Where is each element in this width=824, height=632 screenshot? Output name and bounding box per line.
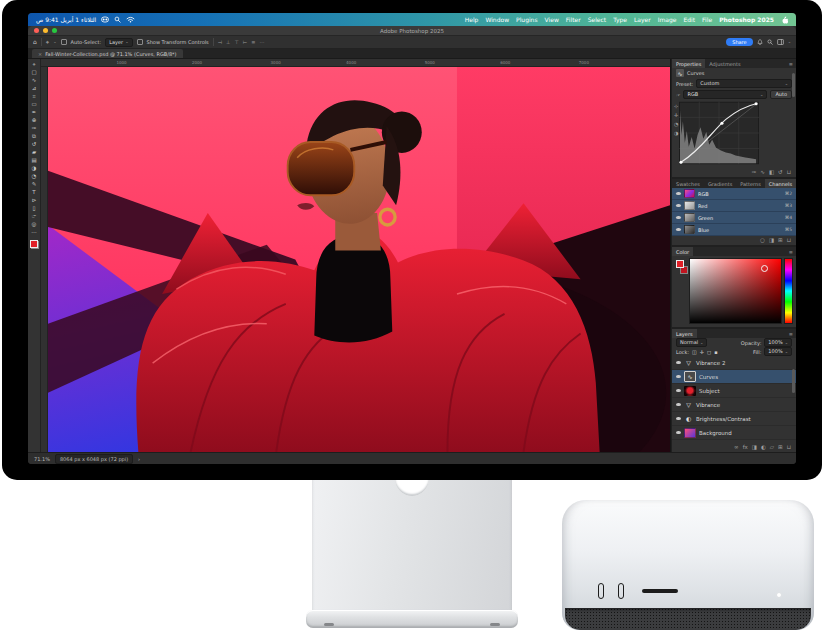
control-center-icon[interactable] (101, 16, 109, 23)
tool-crop-icon[interactable]: ⌗ (32, 94, 35, 100)
tab-swatches[interactable]: Swatches (672, 179, 704, 188)
visibility-eye-icon[interactable] (676, 228, 681, 232)
tab-adjustments[interactable]: Adjustments (705, 59, 744, 68)
more-options-icon[interactable]: ⋯ (259, 39, 264, 45)
share-button[interactable]: Share (726, 38, 752, 46)
preset-dropdown[interactable]: Custom ⌄ (696, 79, 792, 88)
menu-type[interactable]: Type (613, 16, 627, 23)
channel-row-blue[interactable]: Blue ⌘5 (672, 224, 796, 236)
wifi-icon[interactable] (126, 16, 135, 23)
tab-channels[interactable]: Channels (765, 179, 796, 188)
menu-help[interactable]: Help (465, 16, 479, 23)
edit-toolbar-icon[interactable]: ⋯ (31, 230, 37, 236)
white-point-eyedropper-icon[interactable]: ◑ (674, 130, 678, 136)
tab-layers[interactable]: Layers (672, 329, 697, 338)
tool-marquee-icon[interactable]: ▢ (31, 70, 36, 76)
lock-transparency-icon[interactable]: ◫ (692, 349, 697, 355)
visibility-eye-icon[interactable] (676, 216, 681, 220)
fill-value[interactable]: 100% ⌄ (764, 347, 792, 356)
visibility-eye-icon[interactable] (676, 389, 681, 393)
show-transform-checkbox[interactable] (137, 39, 143, 45)
layer-row-vibrance[interactable]: ▽ Vibrance (672, 398, 796, 412)
menu-plugins[interactable]: Plugins (516, 16, 538, 23)
color-swatches[interactable] (30, 240, 39, 249)
add-mask-icon[interactable]: ◨ (752, 444, 757, 450)
saturation-brightness-field[interactable] (689, 258, 782, 324)
channel-row-rgb[interactable]: RGB ⌘2 (672, 188, 796, 200)
menu-edit[interactable]: Edit (683, 16, 695, 23)
menu-select[interactable]: Select (588, 16, 607, 23)
targeted-adjust-icon[interactable]: ☞ (676, 92, 680, 98)
clip-mask-icon[interactable]: ◧ (769, 169, 774, 175)
tool-pen-icon[interactable]: ✎ (32, 182, 37, 188)
align-top-icon[interactable]: ⊤ (234, 39, 238, 45)
new-channel-icon[interactable]: ⊞ (778, 237, 783, 243)
black-point-eyedropper-icon[interactable]: ◔ (674, 121, 678, 127)
hue-slider[interactable] (784, 258, 793, 324)
tab-patterns[interactable]: Patterns (736, 179, 765, 188)
layer-row-curves[interactable]: ∿ Curves (672, 370, 796, 384)
foreground-color-swatch[interactable] (676, 260, 684, 268)
tool-clone-stamp-icon[interactable]: ⧉ (32, 134, 36, 140)
tool-gradient-icon[interactable]: ▤ (31, 158, 36, 164)
tool-path-selection-icon[interactable]: ⊳ (32, 198, 37, 204)
apple-logo-icon[interactable] (781, 16, 788, 24)
tool-eyedropper-icon[interactable]: ✒ (32, 110, 37, 116)
tool-move-icon[interactable]: ⌖ (32, 62, 35, 68)
layer-effects-icon[interactable]: fx (743, 444, 748, 450)
new-layer-icon[interactable]: ⊞ (778, 444, 783, 450)
channel-row-green[interactable]: Green ⌘4 (672, 212, 796, 224)
canvas-image[interactable] (48, 67, 670, 452)
tool-history-brush-icon[interactable]: ↺ (32, 142, 37, 148)
lock-all-icon[interactable]: ▪ (714, 349, 717, 355)
visibility-eye-icon[interactable] (676, 375, 681, 379)
new-group-icon[interactable]: ▱ (770, 444, 774, 450)
panel-menu-icon[interactable]: ≡ (786, 247, 796, 256)
align-right-icon[interactable]: ⊢ (243, 39, 247, 45)
curve-display-icon[interactable]: ∿ (760, 169, 765, 175)
link-layers-icon[interactable]: ∞ (734, 444, 739, 450)
tool-object-selection-icon[interactable]: ⊿ (32, 86, 37, 92)
menu-app-photoshop[interactable]: Photoshop 2025 (719, 16, 774, 23)
visibility-eye-icon[interactable] (676, 403, 681, 407)
visibility-eye-icon[interactable] (676, 361, 681, 365)
menubar-clock[interactable]: الثلاثاء 1 أبريل 9:41 ص (36, 16, 96, 23)
menu-view[interactable]: View (545, 16, 559, 23)
chevron-down-icon[interactable]: ⌄ (788, 40, 791, 44)
auto-button[interactable]: Auto (770, 90, 792, 99)
visibility-eye-icon[interactable] (676, 417, 681, 421)
smooth-curve-icon[interactable]: ✑ (752, 169, 757, 175)
curves-graph[interactable] (679, 101, 759, 165)
delete-channel-icon[interactable]: ⊔ (787, 237, 791, 243)
foreground-color-swatch[interactable] (30, 240, 38, 248)
tool-healing-brush-icon[interactable]: ⊕ (32, 118, 37, 124)
visibility-eye-icon[interactable] (676, 431, 681, 435)
tool-type-icon[interactable]: T (32, 190, 35, 196)
home-icon[interactable]: ⌂ (33, 39, 37, 45)
tool-hand-icon[interactable]: ☞ (32, 214, 37, 220)
tool-frame-icon[interactable]: ▭ (31, 102, 36, 108)
scrollbar[interactable] (792, 369, 795, 393)
lock-pixels-icon[interactable]: ◻ (707, 349, 711, 355)
reset-icon[interactable]: ↺ (778, 169, 783, 175)
curves-editor[interactable]: ⊹ ✛ ◔ ◑ (672, 100, 796, 165)
tool-dodge-icon[interactable]: ◔ (32, 174, 37, 180)
align-left-icon[interactable]: ⊣ (218, 39, 222, 45)
edit-points-icon[interactable]: ⊹ (674, 103, 678, 109)
save-selection-icon[interactable]: ◨ (769, 237, 774, 243)
tool-shape-icon[interactable]: ▯ (32, 206, 35, 212)
search-icon[interactable] (767, 39, 773, 45)
tool-eraser-icon[interactable]: ▰ (32, 150, 36, 156)
menu-window[interactable]: Window (485, 16, 509, 23)
tab-gradients[interactable]: Gradients (704, 179, 736, 188)
menu-filter[interactable]: Filter (566, 16, 581, 23)
visibility-eye-icon[interactable] (676, 192, 681, 196)
draw-curve-icon[interactable]: ✛ (674, 112, 678, 118)
layer-row-background[interactable]: Background (672, 426, 796, 440)
close-tab-icon[interactable]: × (38, 51, 42, 57)
panel-menu-icon[interactable]: ≡ (786, 329, 796, 338)
align-bottom-icon[interactable]: ⊥ (226, 39, 230, 45)
tool-brush-icon[interactable]: ✑ (32, 126, 37, 132)
menu-image[interactable]: Image (658, 16, 677, 23)
channel-row-red[interactable]: Red ⌘3 (672, 200, 796, 212)
